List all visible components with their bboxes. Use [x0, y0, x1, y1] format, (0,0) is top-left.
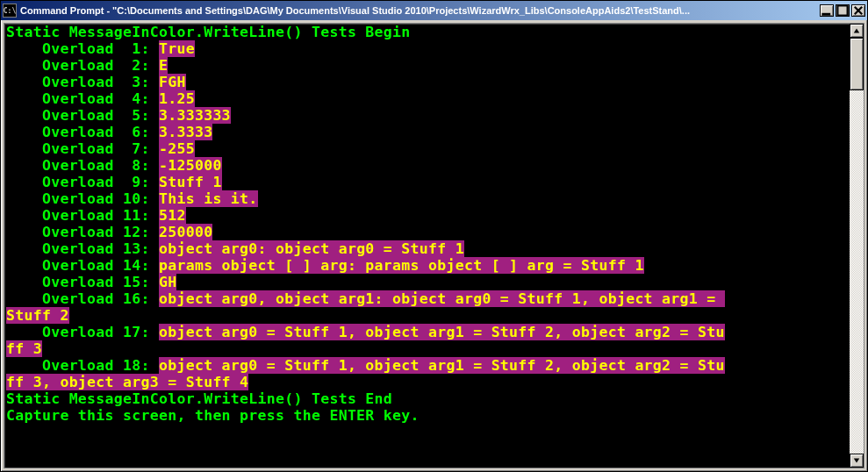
scroll-thumb[interactable]	[850, 38, 864, 90]
press-enter-line: Capture this screen, then press the ENTE…	[6, 407, 850, 424]
overload-line: Overload 4: 1.25	[6, 90, 850, 107]
svg-rect-0	[821, 13, 830, 16]
command-prompt-window: C:\ Command Prompt - "C:\Documents and S…	[0, 0, 868, 472]
overload-line: Overload 17: object arg0 = Stuff 1, obje…	[6, 324, 850, 340]
svg-rect-1	[837, 5, 847, 15]
scroll-down-button[interactable]	[850, 454, 864, 468]
console-output: Static MessageInColor.WriteLine() Tests …	[4, 24, 850, 468]
overload-line-wrap: ff 3, object arg3 = Stuff 4	[6, 374, 850, 390]
overload-line: Overload 2: E	[6, 57, 850, 74]
overload-line-wrap: Stuff 2	[6, 307, 850, 324]
overload-line: Overload 14: params object [ ] arg: para…	[6, 257, 850, 274]
overload-line: Overload 18: object arg0 = Stuff 1, obje…	[6, 357, 850, 374]
tests-begin-line: Static MessageInColor.WriteLine() Tests …	[6, 24, 850, 40]
scroll-track[interactable]	[850, 38, 864, 454]
overload-line: Overload 7: -255	[6, 140, 850, 157]
overload-line: Overload 10: This is it.	[6, 190, 850, 207]
window-title: Command Prompt - "C:\Documents and Setti…	[20, 5, 820, 16]
maximize-button[interactable]	[836, 4, 850, 17]
overload-line: Overload 9: Stuff 1	[6, 174, 850, 190]
overload-line: Overload 1: True	[6, 40, 850, 57]
overload-line: Overload 5: 3.333333	[6, 107, 850, 124]
minimize-button[interactable]	[820, 4, 834, 17]
console-client-area: Static MessageInColor.WriteLine() Tests …	[4, 23, 864, 468]
close-button[interactable]	[851, 4, 865, 17]
overload-line-wrap: ff 3	[6, 340, 850, 357]
overload-line: Overload 6: 3.3333	[6, 124, 850, 140]
overload-line: Overload 13: object arg0: object arg0 = …	[6, 240, 850, 257]
app-icon: C:\	[3, 4, 17, 18]
overload-line: Overload 15: GH	[6, 274, 850, 290]
overload-line: Overload 8: -125000	[6, 157, 850, 174]
overload-line: Overload 11: 512	[6, 207, 850, 224]
tests-end-line: Static MessageInColor.WriteLine() Tests …	[6, 390, 850, 407]
overload-line: Overload 12: 250000	[6, 224, 850, 240]
vertical-scrollbar[interactable]	[850, 24, 864, 468]
titlebar[interactable]: C:\ Command Prompt - "C:\Documents and S…	[1, 1, 867, 20]
overload-line: Overload 16: object arg0, object arg1: o…	[6, 290, 850, 307]
scroll-up-button[interactable]	[850, 24, 864, 38]
overload-line: Overload 3: FGH	[6, 74, 850, 90]
